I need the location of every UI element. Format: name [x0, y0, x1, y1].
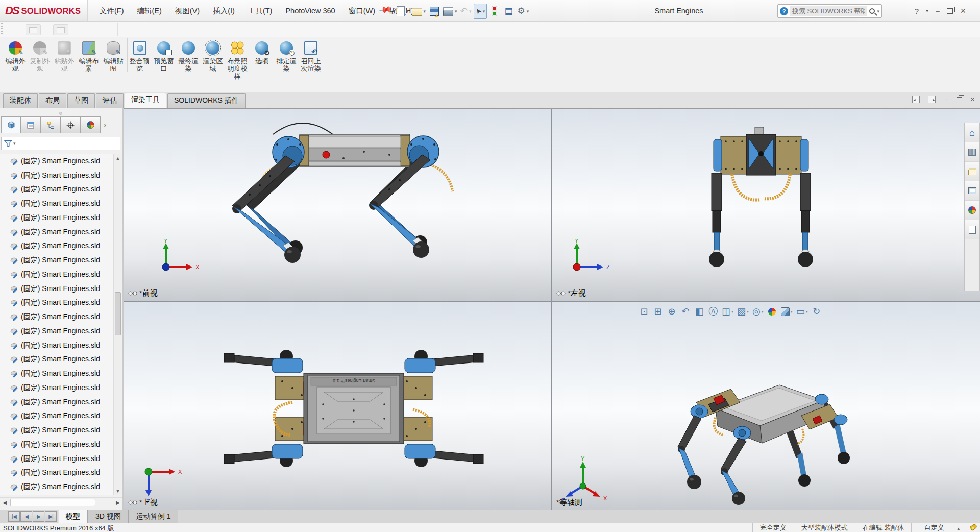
first-tab-icon[interactable]: |◀	[8, 511, 20, 522]
tree-item[interactable]: (固定) Smart Engines.sld	[0, 239, 113, 254]
tree-item[interactable]: (固定) Smart Engines.sld	[0, 225, 113, 239]
tree-item[interactable]: (固定) Smart Engines.sld	[0, 367, 113, 381]
command-tab[interactable]: 渲染工具	[125, 93, 166, 108]
command-tab[interactable]: 评估	[96, 93, 124, 108]
options-gear-icon[interactable]: ⚙	[517, 4, 530, 19]
scrollbar-thumb[interactable]	[10, 499, 95, 506]
tree-item[interactable]: (固定) Smart Engines.sld	[0, 480, 113, 494]
help-button[interactable]: ?	[915, 7, 919, 15]
configurationmanager-icon[interactable]	[41, 116, 61, 133]
tree-vertical-scrollbar[interactable]: ▲ ▼	[113, 154, 121, 495]
command-tab[interactable]: SOLIDWORKS 插件	[167, 93, 246, 108]
tree-item[interactable]: (固定) Smart Engines.sld	[0, 310, 113, 324]
last-tab-icon[interactable]: ▶|	[45, 511, 57, 522]
help-search-box[interactable]: ? ▾	[777, 4, 882, 18]
prev-tab-icon[interactable]: ◀	[20, 511, 32, 522]
status-customize[interactable]: 自定义▴	[911, 523, 965, 532]
ribbon-button[interactable]: 编辑贴图	[101, 38, 126, 72]
tag-icon[interactable]	[970, 523, 978, 531]
ribbon-button[interactable]: 布景照明度校样	[225, 38, 250, 80]
ribbon-button[interactable]: 复制外观	[28, 38, 52, 72]
menu-item[interactable]: 插入(I)	[206, 0, 241, 21]
menu-item[interactable]: 工具(T)	[241, 0, 279, 21]
panel-collapse-handle[interactable]	[59, 112, 62, 115]
new-document-icon[interactable]	[396, 4, 410, 19]
tree-item[interactable]: (固定) Smart Engines.sld	[0, 338, 113, 353]
ribbon-button[interactable]: 排定渲染	[274, 38, 299, 72]
scroll-left-icon[interactable]: ◀	[1, 499, 8, 507]
tree-horizontal-scrollbar[interactable]: ◀ ▶	[0, 497, 122, 507]
collapse-left-icon[interactable]: ◂	[912, 96, 920, 103]
tree-item[interactable]: (固定) Smart Engines.sld	[0, 438, 113, 452]
ribbon-button[interactable]: 粘贴外观	[52, 38, 77, 72]
featuremanager-design-tree-icon[interactable]	[1, 116, 21, 133]
panel-tab-overflow-icon[interactable]: ›	[101, 116, 110, 133]
ribbon-button[interactable]: 召回上次渲染	[299, 38, 323, 72]
undo-icon[interactable]: ↶	[459, 4, 473, 19]
customize-dropdown-icon[interactable]: ▴	[957, 526, 960, 531]
close-icon[interactable]: ×	[970, 95, 975, 104]
ribbon-button[interactable]: 整合预览	[127, 38, 152, 72]
document-tab[interactable]: 模型	[58, 510, 88, 523]
appearances-scenes-icon[interactable]	[965, 201, 979, 220]
filter-dropdown-icon[interactable]: ▾	[13, 141, 16, 146]
minimize-icon[interactable]: −	[944, 95, 948, 104]
scroll-up-icon[interactable]: ▲	[114, 154, 122, 162]
tree-item[interactable]: (固定) Smart Engines.sld	[0, 197, 113, 211]
view-palette-icon[interactable]	[965, 181, 979, 201]
search-dropdown-icon[interactable]: ▾	[877, 9, 879, 14]
restore-button[interactable]	[947, 8, 953, 14]
open-document-icon[interactable]	[411, 4, 427, 19]
tree-item[interactable]: (固定) Smart Engines.sld	[0, 353, 113, 367]
tree-item[interactable]: (固定) Smart Engines.sld	[0, 253, 113, 268]
toolbar-grip[interactable]	[1, 23, 3, 36]
task-scheduler-icon[interactable]: ▤	[502, 4, 516, 19]
viewport-top[interactable]: Smart Engines™ 1.0 X Z *上视	[124, 302, 551, 510]
tree-filter-row[interactable]: ▾	[1, 137, 120, 150]
print-icon[interactable]	[442, 4, 458, 19]
ribbon-button[interactable]: 编辑外观	[3, 38, 28, 72]
help-dropdown-icon[interactable]: ▾	[926, 8, 928, 13]
command-tab[interactable]: 装配体	[3, 93, 38, 108]
tree-item[interactable]: (固定) Smart Engines.sld	[0, 282, 113, 296]
menu-item[interactable]: 文件(F)	[93, 0, 131, 21]
document-tab[interactable]: 运动算例 1	[129, 510, 179, 523]
document-tab[interactable]: 3D 视图	[88, 510, 129, 523]
ribbon-button[interactable]: 编辑布景	[77, 38, 101, 72]
command-tab[interactable]: 草图	[67, 93, 95, 108]
custom-properties-icon[interactable]	[965, 220, 979, 239]
tree-item[interactable]: (固定) Smart Engines.sld	[0, 409, 113, 424]
home-icon[interactable]: ⌂	[965, 123, 979, 142]
file-explorer-icon[interactable]	[965, 162, 979, 181]
viewport-front[interactable]: Y X *前视	[124, 109, 551, 301]
viewport-left[interactable]: Y Z *左视	[552, 109, 980, 301]
scroll-right-icon[interactable]: ▶	[114, 499, 121, 507]
close-button[interactable]: ×	[960, 6, 966, 16]
viewport-isometric[interactable]: ⊡ ⊞ ⊕ ↶ ◧ Ⓐ ◫ ▧	[552, 302, 980, 510]
restore-icon[interactable]	[957, 97, 962, 102]
tree-item[interactable]: (固定) Smart Engines.sld	[0, 452, 113, 466]
save-icon[interactable]	[428, 4, 441, 19]
menu-item[interactable]: PhotoView 360	[279, 0, 341, 21]
ribbon-button[interactable]: 选项	[250, 38, 274, 65]
collapse-right-icon[interactable]: ▸	[928, 96, 936, 103]
search-icon[interactable]	[869, 8, 875, 14]
displaymanager-icon[interactable]	[81, 116, 101, 133]
scrollbar-thumb[interactable]	[115, 292, 121, 335]
next-tab-icon[interactable]: ▶	[33, 511, 44, 522]
minimize-button[interactable]: −	[936, 7, 940, 15]
tree-item[interactable]: (固定) Smart Engines.sld	[0, 423, 113, 438]
tree-item[interactable]: (固定) Smart Engines.sld	[0, 296, 113, 310]
search-input[interactable]	[790, 6, 867, 16]
tree-item[interactable]: (固定) Smart Engines.sld	[0, 168, 113, 183]
tree-item[interactable]: (固定) Smart Engines.sld	[0, 268, 113, 282]
tree-item[interactable]: (固定) Smart Engines.sld	[0, 183, 113, 197]
select-tool-icon[interactable]	[474, 4, 487, 19]
tree-item[interactable]: (固定) Smart Engines.sld	[0, 324, 113, 338]
tree-item[interactable]: (固定) Smart Engines.sld	[0, 381, 113, 395]
tree-item[interactable]: (固定) Smart Engines.sld	[0, 466, 113, 480]
propertymanager-icon[interactable]	[21, 116, 41, 133]
status-lights-icon[interactable]	[488, 4, 501, 19]
command-tab[interactable]: 布局	[39, 93, 66, 108]
tree-item[interactable]: (固定) Smart Engines.sld	[0, 395, 113, 409]
